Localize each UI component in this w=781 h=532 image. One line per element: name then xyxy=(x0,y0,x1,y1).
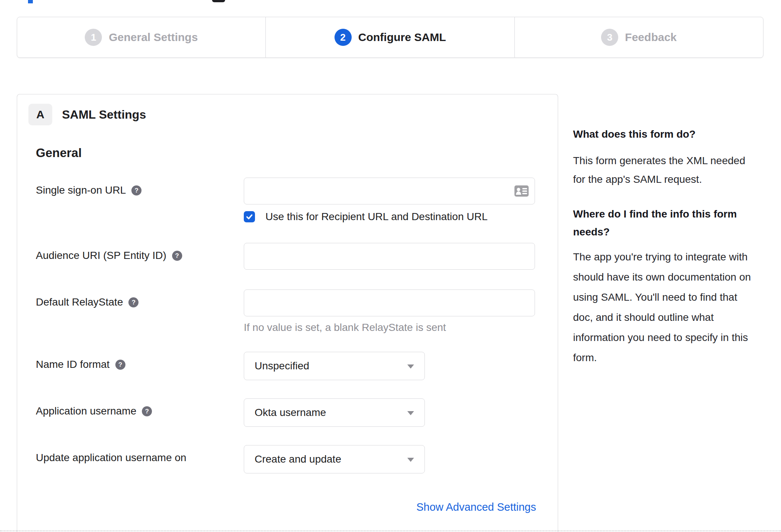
recipient-url-checkbox-label[interactable]: Use this for Recipient URL and Destinati… xyxy=(265,211,488,223)
help-icon[interactable]: ? xyxy=(131,185,141,195)
sso-url-row: Single sign-on URL ? xyxy=(36,178,535,223)
sidebar-text-line: The app you're trying to integrate with xyxy=(573,247,757,267)
sidebar-text-line: form. xyxy=(573,348,757,368)
sidebar-text-line: doc, and it should outline what xyxy=(573,307,757,328)
step-general-settings[interactable]: 1 General Settings xyxy=(17,17,265,57)
audience-uri-label: Audience URI (SP Entity ID) ? xyxy=(36,243,244,262)
name-id-format-label: Name ID format ? xyxy=(36,352,244,370)
sidebar-text-line: using SAML. You'll need to find that xyxy=(573,287,757,307)
update-application-username-row: Update application username on Create an… xyxy=(36,445,425,473)
section-title: SAML Settings xyxy=(62,108,146,122)
name-id-format-row: Name ID format ? Unspecified xyxy=(36,352,425,380)
step-label: Configure SAML xyxy=(358,31,446,44)
dashed-divider xyxy=(0,531,781,531)
application-username-row: Application username ? Okta username xyxy=(36,398,425,427)
step-number-badge: 3 xyxy=(601,29,618,46)
chevron-down-icon xyxy=(407,458,414,462)
sidebar-text-line: should have its own documentation on xyxy=(573,267,757,287)
step-label: General Settings xyxy=(109,31,197,44)
label-text: Name ID format xyxy=(36,359,110,370)
cutoff-dark-icon-fragment xyxy=(212,0,225,2)
chevron-down-icon xyxy=(407,364,414,369)
label-text: Default RelayState xyxy=(36,296,123,308)
select-value: Okta username xyxy=(255,407,326,419)
panel-header: A SAML Settings xyxy=(28,104,146,125)
step-number-badge: 1 xyxy=(85,29,102,46)
select-value: Unspecified xyxy=(255,360,309,372)
name-id-format-select[interactable]: Unspecified xyxy=(244,352,425,380)
audience-uri-input[interactable] xyxy=(244,243,535,270)
step-number-badge: 2 xyxy=(335,29,352,46)
sidebar-answer-2: The app you're trying to integrate with … xyxy=(573,247,757,368)
default-relaystate-row: Default RelayState ? If no value is set,… xyxy=(36,290,535,334)
recipient-url-checkbox-row: Use this for Recipient URL and Destinati… xyxy=(244,211,535,223)
wizard-stepper: 1 General Settings 2 Configure SAML 3 Fe… xyxy=(17,17,763,58)
sidebar-text-line: for the app's SAML request. xyxy=(573,170,757,189)
help-icon[interactable]: ? xyxy=(142,406,152,416)
show-advanced-settings-link[interactable]: Show Advanced Settings xyxy=(416,501,536,513)
application-username-select[interactable]: Okta username xyxy=(244,398,425,427)
recipient-url-checkbox[interactable] xyxy=(244,211,255,222)
step-feedback[interactable]: 3 Feedback xyxy=(514,17,763,57)
help-icon[interactable]: ? xyxy=(172,251,182,261)
sidebar-text-line: This form generates the XML needed xyxy=(573,151,757,170)
sidebar-question-1: What does this form do? xyxy=(573,125,757,143)
contact-card-icon[interactable] xyxy=(514,185,529,197)
application-username-label: Application username ? xyxy=(36,398,244,417)
chevron-down-icon xyxy=(407,411,414,415)
label-text: Single sign-on URL xyxy=(36,184,126,196)
help-icon[interactable]: ? xyxy=(115,360,125,370)
saml-settings-panel: A SAML Settings General Single sign-on U… xyxy=(17,94,558,532)
step-label: Feedback xyxy=(625,31,676,44)
sidebar-question-2: Where do I find the info this form needs… xyxy=(573,205,757,241)
section-a-badge: A xyxy=(28,104,52,125)
sso-url-label: Single sign-on URL ? xyxy=(36,178,244,196)
update-application-username-select[interactable]: Create and update xyxy=(244,445,425,473)
update-application-username-label: Update application username on xyxy=(36,445,244,464)
sidebar-text-line: needs? xyxy=(573,223,757,241)
default-relaystate-label: Default RelayState ? xyxy=(36,290,244,308)
help-sidebar: What does this form do? This form genera… xyxy=(573,125,757,368)
general-group-title: General xyxy=(36,146,82,160)
sso-url-input[interactable] xyxy=(244,178,535,204)
cutoff-blue-logo-fragment xyxy=(28,0,33,3)
select-value: Create and update xyxy=(255,453,341,465)
sidebar-answer-1: This form generates the XML needed for t… xyxy=(573,151,757,189)
sidebar-text-line: Where do I find the info this form xyxy=(573,205,757,223)
label-text: Application username xyxy=(36,405,136,417)
label-text: Audience URI (SP Entity ID) xyxy=(36,250,167,262)
audience-uri-row: Audience URI (SP Entity ID) ? xyxy=(36,243,535,270)
advanced-settings-row: Show Advanced Settings xyxy=(36,501,536,513)
relaystate-hint-text: If no value is set, a blank RelayState i… xyxy=(244,322,535,334)
step-configure-saml[interactable]: 2 Configure SAML xyxy=(265,17,514,57)
help-icon[interactable]: ? xyxy=(128,297,139,307)
label-text: Update application username on xyxy=(36,452,186,464)
checkmark-icon xyxy=(245,213,253,221)
default-relaystate-input[interactable] xyxy=(244,290,535,316)
sidebar-text-line: information you need to specify in this xyxy=(573,328,757,348)
